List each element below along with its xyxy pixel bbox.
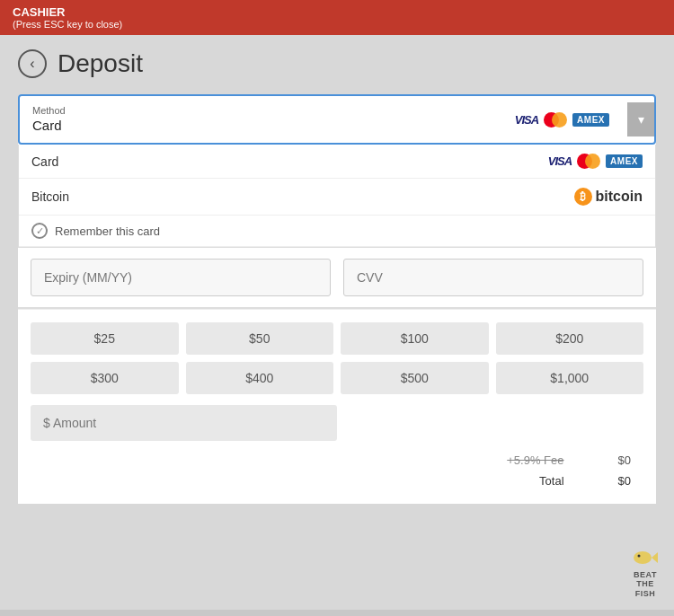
bitcoin-logo: ₿ bitcoin	[574, 188, 643, 206]
total-label: Total	[539, 474, 563, 488]
amount-btn-1000[interactable]: $1,000	[496, 362, 644, 394]
dropdown-item-bitcoin[interactable]: Bitcoin ₿ bitcoin	[19, 179, 655, 216]
back-button[interactable]: ‹	[18, 49, 47, 78]
watermark: BEATTHEFISH	[631, 545, 660, 599]
remember-card-row[interactable]: ✓ Remember this card	[19, 216, 655, 247]
main-area: ‹ Deposit Method Card VISA AMEX ▾	[0, 35, 674, 610]
fee-label: +5.9% Fee	[507, 453, 563, 467]
amount-btn-300[interactable]: $300	[31, 362, 179, 394]
dropdown-item-card[interactable]: Card VISA AMEX	[19, 145, 655, 179]
mastercard-icon	[544, 112, 567, 128]
card-option-icons: VISA AMEX	[548, 154, 643, 169]
total-value: $0	[618, 474, 631, 488]
amount-btn-400[interactable]: $400	[186, 362, 334, 394]
dropdown-arrow-icon: ▾	[627, 102, 654, 136]
card-amex-icon: AMEX	[606, 154, 643, 168]
custom-amount-input[interactable]	[31, 405, 337, 441]
bitcoin-circle-icon: ₿	[574, 188, 592, 206]
amounts-section: $25 $50 $100 $200 $300 $400 $500 $1,000 …	[18, 309, 656, 504]
expiry-input[interactable]	[31, 259, 331, 296]
card-visa-icon: VISA	[548, 154, 572, 168]
cvv-input[interactable]	[343, 259, 643, 296]
amount-btn-200[interactable]: $200	[496, 322, 644, 355]
remember-card-label: Remember this card	[55, 224, 160, 238]
card-fields-row	[18, 248, 656, 309]
dropdown-list: Card VISA AMEX Bitcoin ₿ bitcoin	[18, 145, 656, 248]
amount-btn-500[interactable]: $500	[341, 362, 489, 394]
watermark-text: BEATTHEFISH	[634, 570, 657, 599]
fee-row: +5.9% Fee $0	[31, 450, 643, 471]
bitcoin-option-label: Bitcoin	[31, 189, 574, 204]
amount-btn-50[interactable]: $50	[186, 322, 334, 355]
cashier-title: CASHIER	[13, 5, 661, 19]
bitcoin-option-icons: ₿ bitcoin	[574, 188, 643, 206]
fee-value: $0	[618, 453, 631, 467]
svg-point-2	[634, 551, 652, 564]
total-row: Total $0	[31, 471, 643, 491]
bitcoin-text: bitcoin	[596, 189, 643, 205]
remember-check-icon: ✓	[31, 223, 48, 239]
method-payment-icons: VISA AMEX	[515, 112, 609, 128]
watermark-icon	[631, 545, 660, 570]
page-title: Deposit	[58, 49, 143, 78]
card-mc-icon	[577, 154, 600, 169]
method-value: Card	[32, 118, 62, 133]
amounts-grid: $25 $50 $100 $200 $300 $400 $500 $1,000	[31, 322, 643, 394]
page-header: ‹ Deposit	[18, 49, 656, 78]
method-label-container: Method Card	[32, 105, 515, 134]
amount-btn-100[interactable]: $100	[341, 322, 489, 355]
content-box: Method Card VISA AMEX ▾ Card VISA	[18, 94, 656, 504]
amount-btn-25[interactable]: $25	[31, 322, 179, 355]
cashier-subtitle: (Press ESC key to close)	[13, 19, 661, 30]
card-option-label: Card	[31, 154, 548, 169]
method-label: Method	[32, 105, 515, 116]
svg-marker-3	[652, 552, 658, 563]
visa-icon: VISA	[515, 113, 538, 127]
top-bar: CASHIER (Press ESC key to close)	[0, 0, 674, 35]
svg-point-4	[638, 554, 641, 557]
method-dropdown[interactable]: Method Card VISA AMEX ▾	[18, 94, 656, 145]
amex-icon: AMEX	[572, 113, 609, 127]
